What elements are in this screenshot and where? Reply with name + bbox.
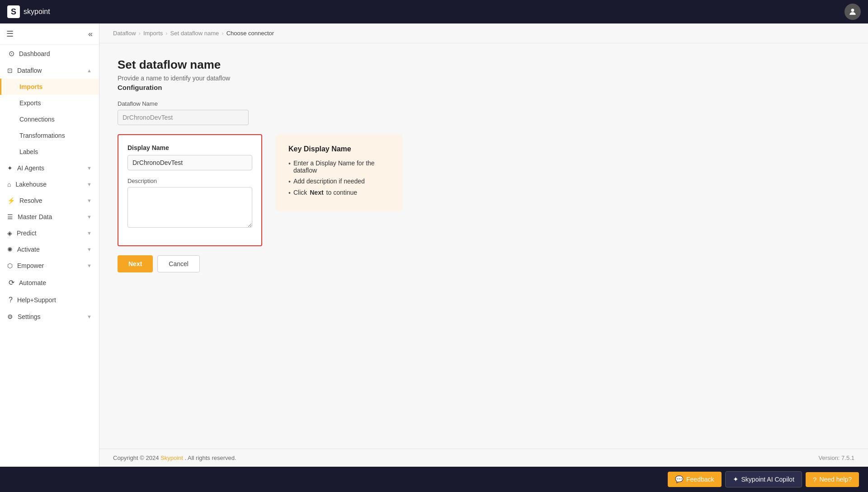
bc-set-dataflow-name[interactable]: Set dataflow name — [170, 30, 219, 37]
description-group: Description — [127, 178, 252, 229]
breadcrumb: Dataflow › Imports › Set dataflow name ›… — [99, 23, 868, 43]
page-title: Set dataflow name — [118, 58, 850, 72]
bc-dataflow[interactable]: Dataflow — [113, 30, 136, 37]
chevron-down-icon: ▼ — [87, 230, 92, 236]
chevron-down-icon: ▼ — [87, 247, 92, 252]
sidebar-label-automate: Automate — [19, 279, 92, 286]
sidebar-label-imports: Imports — [19, 83, 92, 90]
sidebar-item-connections[interactable]: Connections — [0, 111, 99, 127]
sidebar-label-exports: Exports — [19, 99, 92, 107]
sidebar-label-dataflow: Dataflow — [17, 67, 82, 74]
hint-title: Key Display Name — [288, 145, 390, 153]
sidebar-controls: ☰ « — [0, 23, 99, 45]
collapse-icon[interactable]: « — [88, 29, 93, 39]
sidebar-item-predict[interactable]: ◈ Predict ▼ — [0, 225, 99, 241]
main-layout: ☰ « ⊙ Dashboard ⊡ Dataflow ▲ Imports Exp… — [0, 23, 868, 467]
sidebar-item-empower[interactable]: ⬡ Empower ▼ — [0, 258, 99, 274]
sidebar-label-help-support: Help+Support — [17, 296, 92, 304]
sidebar-item-dataflow[interactable]: ⊡ Dataflow ▲ — [0, 62, 99, 79]
page-content: Set dataflow name Provide a name to iden… — [99, 43, 868, 449]
form-box: Display Name Description — [118, 134, 262, 246]
footer-left: Copyright © 2024 Skypoint . All rights r… — [113, 455, 236, 461]
sidebar: ☰ « ⊙ Dashboard ⊡ Dataflow ▲ Imports Exp… — [0, 23, 99, 467]
help-button[interactable]: ? Need help? — [806, 472, 859, 487]
app-name: skypoint — [24, 8, 50, 16]
empower-icon: ⬡ — [7, 262, 13, 269]
sidebar-label-activate: Activate — [17, 246, 82, 253]
form-section: Display Name Description Key Display Nam… — [118, 134, 850, 246]
footer-brand-link[interactable]: Skypoint — [160, 455, 183, 461]
section-title: Configuration — [118, 84, 850, 91]
sidebar-item-automate[interactable]: ⟳ Automate — [0, 274, 99, 291]
sidebar-item-dashboard[interactable]: ⊙ Dashboard — [0, 45, 99, 62]
content-area: Dataflow › Imports › Set dataflow name ›… — [99, 23, 868, 467]
sidebar-item-master-data[interactable]: ☰ Master Data ▼ — [0, 209, 99, 225]
sidebar-label-lakehouse: Lakehouse — [15, 181, 82, 188]
sidebar-label-predict: Predict — [17, 230, 82, 237]
lakehouse-icon: ⌂ — [7, 181, 11, 188]
sidebar-label-master-data: Master Data — [18, 213, 82, 220]
feedback-button[interactable]: 💬 Feedback — [668, 472, 721, 487]
sidebar-label-labels: Labels — [19, 148, 92, 155]
help-icon: ? — [813, 476, 816, 483]
ai-agents-icon: ✦ — [7, 164, 13, 172]
hamburger-icon[interactable]: ☰ — [6, 29, 14, 39]
bc-imports[interactable]: Imports — [143, 30, 163, 37]
master-data-icon: ☰ — [7, 213, 13, 220]
sidebar-item-activate[interactable]: ✺ Activate ▼ — [0, 241, 99, 258]
logo-icon: S — [7, 5, 20, 18]
footer-rights: . All rights reserved. — [184, 455, 236, 461]
page-subtitle: Provide a name to identify your dataflow — [118, 75, 850, 82]
sidebar-label-resolve: Resolve — [19, 197, 82, 204]
hint-item-2: Add description if needed — [288, 178, 390, 185]
display-name-label: Display Name — [127, 144, 252, 151]
description-textarea[interactable] — [127, 187, 252, 228]
chevron-down-icon: ▼ — [87, 182, 92, 187]
dataflow-icon: ⊡ — [7, 67, 13, 74]
sidebar-item-resolve[interactable]: ⚡ Resolve ▼ — [0, 192, 99, 209]
topbar-left: S skypoint — [7, 5, 50, 18]
help-label: Need help? — [819, 476, 852, 483]
copilot-icon: ✦ — [733, 475, 739, 483]
copilot-button[interactable]: ✦ Skypoint AI Copilot — [725, 471, 802, 487]
bc-sep-2: › — [165, 30, 167, 37]
dataflow-name-label: Dataflow Name — [118, 100, 850, 107]
user-avatar[interactable] — [844, 4, 861, 20]
sidebar-label-dashboard: Dashboard — [19, 50, 92, 57]
hint-list: Enter a Display Name for the dataflow Ad… — [288, 159, 390, 197]
settings-icon: ⚙ — [7, 313, 13, 320]
next-button[interactable]: Next — [118, 255, 153, 272]
sidebar-label-settings: Settings — [18, 313, 82, 320]
chevron-up-icon: ▲ — [87, 68, 92, 73]
predict-icon: ◈ — [7, 230, 12, 237]
display-name-input[interactable] — [127, 155, 252, 170]
bc-sep-1: › — [139, 30, 141, 37]
cancel-button[interactable]: Cancel — [157, 255, 200, 272]
copilot-label: Skypoint AI Copilot — [741, 476, 795, 483]
automate-icon: ⟳ — [9, 278, 14, 287]
hint-item-3: Click Next to continue — [288, 189, 390, 197]
feedback-icon: 💬 — [675, 475, 684, 483]
sidebar-item-labels[interactable]: Labels — [0, 144, 99, 160]
sidebar-item-transformations[interactable]: Transformations — [0, 127, 99, 144]
chevron-down-icon: ▼ — [87, 314, 92, 319]
chevron-down-icon: ▼ — [87, 214, 92, 220]
sidebar-item-exports[interactable]: Exports — [0, 95, 99, 111]
footer-version: Version: 7.5.1 — [819, 455, 855, 461]
topbar: S skypoint — [0, 0, 868, 23]
button-row: Next Cancel — [118, 255, 850, 272]
chevron-down-icon: ▼ — [87, 263, 92, 268]
sidebar-item-lakehouse[interactable]: ⌂ Lakehouse ▼ — [0, 176, 99, 192]
hint-box: Key Display Name Enter a Display Name fo… — [276, 134, 402, 211]
sidebar-item-help-support[interactable]: ? Help+Support — [0, 291, 99, 309]
sidebar-item-imports[interactable]: Imports — [0, 79, 99, 95]
dataflow-subnav: Imports Exports Connections Transformati… — [0, 79, 99, 160]
sidebar-label-empower: Empower — [17, 262, 82, 269]
sidebar-label-ai-agents: AI Agents — [17, 164, 82, 172]
dataflow-name-input[interactable] — [118, 110, 249, 125]
description-label: Description — [127, 178, 252, 184]
chevron-down-icon: ▼ — [87, 165, 92, 171]
sidebar-item-ai-agents[interactable]: ✦ AI Agents ▼ — [0, 160, 99, 176]
sidebar-item-settings[interactable]: ⚙ Settings ▼ — [0, 309, 99, 325]
help-support-icon: ? — [9, 296, 13, 304]
